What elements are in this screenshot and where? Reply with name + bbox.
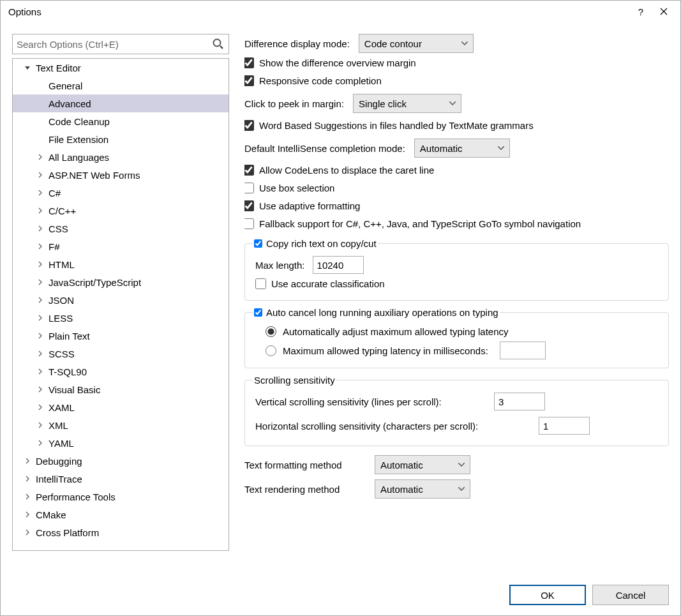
settings-panel: Difference display mode: Code contour Sh… xyxy=(244,34,669,551)
tree-item-label: JSON xyxy=(49,295,74,306)
auto-adjust-radio[interactable] xyxy=(266,326,276,337)
tree-item[interactable]: Performance Tools xyxy=(13,488,228,506)
chevron-right-icon xyxy=(36,367,45,376)
row-click-peek: Click to peek in margin: Single click xyxy=(244,94,669,113)
tree-item[interactable]: Plain Text xyxy=(13,327,228,345)
hscroll-input[interactable] xyxy=(539,417,590,435)
row-vscroll: Vertical scrolling sensitivity (lines pe… xyxy=(255,389,661,414)
tree-item-label: SCSS xyxy=(49,349,75,359)
tree-item-label: IntelliTrace xyxy=(36,474,82,485)
word-based-label: Word Based Suggestions in files handled … xyxy=(259,120,534,131)
click-peek-combo[interactable]: Single click xyxy=(353,94,461,113)
tree-item[interactable]: All Languages xyxy=(13,148,228,166)
auto-cancel-label: Auto cancel long running auxiliary opera… xyxy=(266,307,498,318)
tree-item[interactable]: SCSS xyxy=(13,345,228,363)
rendering-method-combo[interactable]: Automatic xyxy=(375,479,470,499)
close-icon xyxy=(660,8,668,15)
tree-item-label: F# xyxy=(49,241,60,252)
word-based-checkbox[interactable] xyxy=(244,120,254,131)
use-accurate-label: Use accurate classification xyxy=(271,278,385,289)
tree-item-label: Advanced xyxy=(49,98,91,109)
max-length-input[interactable] xyxy=(313,256,364,274)
tree-item[interactable]: HTML xyxy=(13,255,228,273)
tree-item[interactable]: General xyxy=(13,77,228,94)
tree-item[interactable]: JSON xyxy=(13,291,228,309)
row-adaptive-formatting: Use adaptive formatting xyxy=(244,197,669,214)
ok-button[interactable]: OK xyxy=(509,585,586,605)
max-latency-input[interactable] xyxy=(500,342,546,359)
formatting-method-label: Text formatting method xyxy=(244,460,366,470)
tree-item[interactable]: CMake xyxy=(13,506,228,523)
formatting-method-combo[interactable]: Automatic xyxy=(375,455,470,474)
tree-item[interactable]: XML xyxy=(13,416,228,434)
chevron-right-icon xyxy=(36,260,45,269)
tree-item[interactable]: F# xyxy=(13,237,228,255)
tree-item-label: General xyxy=(49,80,82,91)
auto-cancel-legend: Auto cancel long running auxiliary opera… xyxy=(253,307,500,318)
tree-item[interactable]: Visual Basic xyxy=(13,380,228,398)
search-box-wrap[interactable] xyxy=(12,34,229,54)
chevron-right-icon xyxy=(23,456,32,465)
group-copy-rich-text: Copy rich text on copy/cut Max length: U… xyxy=(244,238,669,301)
tree-item[interactable]: JavaScript/TypeScript xyxy=(13,273,228,291)
svg-point-0 xyxy=(214,40,221,47)
tree-item-label: File Extension xyxy=(49,134,109,145)
help-button[interactable]: ? xyxy=(629,1,652,22)
tree-item[interactable]: Cross Platform xyxy=(13,523,228,541)
tree-item[interactable]: T-SQL90 xyxy=(13,363,228,380)
tree-item[interactable]: C/C++ xyxy=(13,202,228,220)
codelens-checkbox[interactable] xyxy=(244,165,254,176)
adaptive-formatting-checkbox[interactable] xyxy=(244,200,254,211)
row-max-latency: Maximum allowed typing latency in millis… xyxy=(266,341,661,360)
responsive-completion-checkbox[interactable] xyxy=(244,75,254,86)
show-diff-margin-checkbox[interactable] xyxy=(244,57,254,68)
chevron-right-icon xyxy=(36,403,45,412)
fallback-checkbox[interactable] xyxy=(244,218,254,229)
chevron-right-icon xyxy=(36,170,45,179)
left-panel: Text EditorGeneralAdvancedCode CleanupFi… xyxy=(12,34,229,551)
intellisense-combo[interactable]: Automatic xyxy=(414,139,510,158)
tree-item[interactable]: ASP.NET Web Forms xyxy=(13,166,228,184)
search-input[interactable] xyxy=(17,39,212,50)
max-length-label: Max length: xyxy=(255,260,305,271)
auto-cancel-checkbox[interactable] xyxy=(254,308,262,317)
tree-item[interactable]: LESS xyxy=(13,309,228,327)
diff-mode-combo[interactable]: Code contour xyxy=(359,34,474,53)
box-selection-checkbox[interactable] xyxy=(244,183,254,193)
tree-container: Text EditorGeneralAdvancedCode CleanupFi… xyxy=(12,58,229,551)
tree-item[interactable]: XAML xyxy=(13,398,228,416)
chevron-right-icon xyxy=(36,296,45,304)
tree-item[interactable]: Advanced xyxy=(13,94,228,112)
main-content: Text EditorGeneralAdvancedCode CleanupFi… xyxy=(1,22,680,556)
close-button[interactable] xyxy=(652,1,675,22)
button-bar: OK Cancel xyxy=(509,585,669,605)
tree-item[interactable]: File Extension xyxy=(13,130,228,148)
tree-item-label: Code Cleanup xyxy=(49,116,110,127)
tree-item[interactable]: Debugging xyxy=(13,452,228,470)
tree-item[interactable]: Code Cleanup xyxy=(13,112,228,130)
use-accurate-checkbox[interactable] xyxy=(255,278,266,289)
chevron-right-icon xyxy=(36,439,45,447)
search-icon xyxy=(212,38,225,50)
tree-item[interactable]: Text Editor xyxy=(13,59,228,77)
chevron-right-icon xyxy=(36,421,45,430)
tree-item[interactable]: IntelliTrace xyxy=(13,470,228,488)
tree-item[interactable]: C# xyxy=(13,184,228,202)
tree-item[interactable]: YAML xyxy=(13,434,228,452)
vscroll-input[interactable] xyxy=(494,393,545,410)
options-tree: Text EditorGeneralAdvancedCode CleanupFi… xyxy=(13,59,228,541)
cancel-button[interactable]: Cancel xyxy=(592,585,669,605)
copy-rich-text-checkbox[interactable] xyxy=(254,239,262,248)
click-peek-label: Click to peek in margin: xyxy=(244,98,344,109)
intellisense-label: Default IntelliSense completion mode: xyxy=(244,143,405,154)
tree-scroll[interactable]: Text EditorGeneralAdvancedCode CleanupFi… xyxy=(13,59,228,550)
max-latency-radio[interactable] xyxy=(266,345,276,356)
tree-item-label: CSS xyxy=(49,223,68,234)
chevron-right-icon xyxy=(36,313,45,322)
show-diff-margin-label: Show the difference overview margin xyxy=(259,57,416,68)
rendering-method-label: Text rendering method xyxy=(244,484,366,495)
tree-item[interactable]: CSS xyxy=(13,220,228,237)
row-codelens: Allow CodeLens to displace the caret lin… xyxy=(244,162,669,178)
blank-icon xyxy=(36,81,45,90)
tree-item-label: Text Editor xyxy=(36,63,81,73)
